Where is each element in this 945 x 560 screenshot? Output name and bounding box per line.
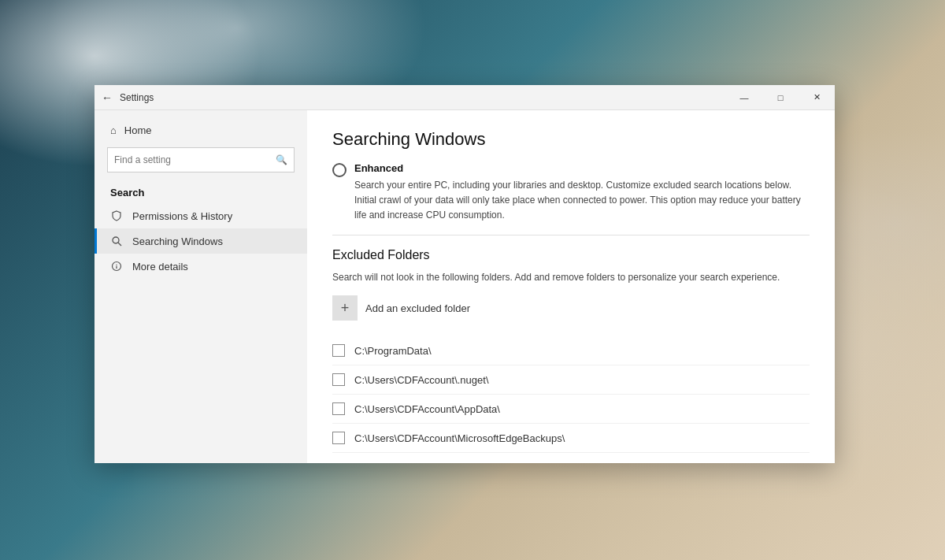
enhanced-radio[interactable] bbox=[332, 163, 346, 177]
search-box: 🔍 bbox=[107, 147, 295, 172]
enhanced-label: Enhanced bbox=[354, 162, 810, 174]
folder-checkbox-0[interactable] bbox=[332, 344, 345, 357]
sidebar: ⌂ Home 🔍 Search Permissions & History bbox=[94, 110, 307, 463]
folder-path-3: C:\Users\CDFAccount\MicrosoftEdgeBackups… bbox=[354, 432, 565, 444]
permissions-label: Permissions & History bbox=[132, 210, 232, 222]
folder-path-1: C:\Users\CDFAccount\.nuget\ bbox=[354, 374, 489, 386]
minimize-button[interactable]: — bbox=[726, 85, 762, 110]
search-nav-icon bbox=[110, 235, 123, 247]
content-area: Searching Windows Enhanced Search your e… bbox=[307, 110, 835, 463]
sidebar-item-searching-windows[interactable]: Searching Windows bbox=[94, 228, 307, 254]
back-icon: ← bbox=[102, 91, 113, 104]
add-folder-label: Add an excluded folder bbox=[365, 302, 470, 314]
svg-line-1 bbox=[118, 243, 121, 246]
find-setting-input[interactable] bbox=[114, 154, 271, 165]
plus-icon: + bbox=[332, 295, 358, 321]
sidebar-item-permissions[interactable]: Permissions & History bbox=[94, 203, 307, 228]
excluded-folders-heading: Excluded Folders bbox=[332, 248, 810, 262]
folder-path-2: C:\Users\CDFAccount\AppData\ bbox=[354, 403, 500, 415]
enhanced-text: Enhanced Search your entire PC, includin… bbox=[354, 162, 810, 222]
home-label: Home bbox=[124, 124, 152, 136]
search-icon: 🔍 bbox=[276, 154, 287, 165]
folder-item: C:\Users\CDFAccount\AppData\ bbox=[332, 395, 810, 424]
close-button[interactable]: ✕ bbox=[799, 85, 835, 110]
sidebar-section-title: Search bbox=[94, 179, 307, 203]
maximize-button[interactable]: □ bbox=[762, 85, 799, 110]
add-excluded-folder-button[interactable]: + Add an excluded folder bbox=[332, 295, 810, 321]
window-title: Settings bbox=[120, 92, 726, 103]
folder-path-0: C:\ProgramData\ bbox=[354, 345, 432, 357]
window-controls: — □ ✕ bbox=[726, 85, 835, 110]
page-title: Searching Windows bbox=[332, 129, 810, 150]
searching-windows-label: Searching Windows bbox=[132, 235, 223, 247]
folder-item: C:\Users\CDFAccount\.nuget\ bbox=[332, 365, 810, 395]
title-bar: ← Settings — □ ✕ bbox=[94, 85, 835, 110]
sidebar-item-more-details[interactable]: More details bbox=[94, 254, 307, 279]
window-body: ⌂ Home 🔍 Search Permissions & History bbox=[94, 110, 835, 463]
section-divider bbox=[332, 235, 810, 235]
folder-item: C:\Users\CDFAccount\MicrosoftEdgeBackups… bbox=[332, 424, 810, 453]
folder-checkbox-2[interactable] bbox=[332, 402, 345, 415]
svg-point-0 bbox=[113, 237, 119, 243]
sidebar-item-home[interactable]: ⌂ Home bbox=[94, 120, 307, 141]
settings-window: ← Settings — □ ✕ ⌂ Home 🔍 Search bbox=[94, 85, 835, 463]
more-details-label: More details bbox=[132, 261, 188, 273]
folder-checkbox-1[interactable] bbox=[332, 373, 345, 386]
back-button[interactable]: ← bbox=[94, 85, 120, 110]
home-icon: ⌂ bbox=[110, 124, 117, 136]
enhanced-option: Enhanced Search your entire PC, includin… bbox=[332, 162, 810, 222]
enhanced-description: Search your entire PC, including your li… bbox=[354, 180, 801, 221]
info-icon bbox=[110, 260, 123, 273]
folder-checkbox-3[interactable] bbox=[332, 432, 345, 444]
folder-item: C:\ProgramData\ bbox=[332, 336, 810, 365]
shield-icon bbox=[110, 210, 123, 222]
excluded-folders-desc: Search will not look in the following fo… bbox=[332, 270, 810, 284]
